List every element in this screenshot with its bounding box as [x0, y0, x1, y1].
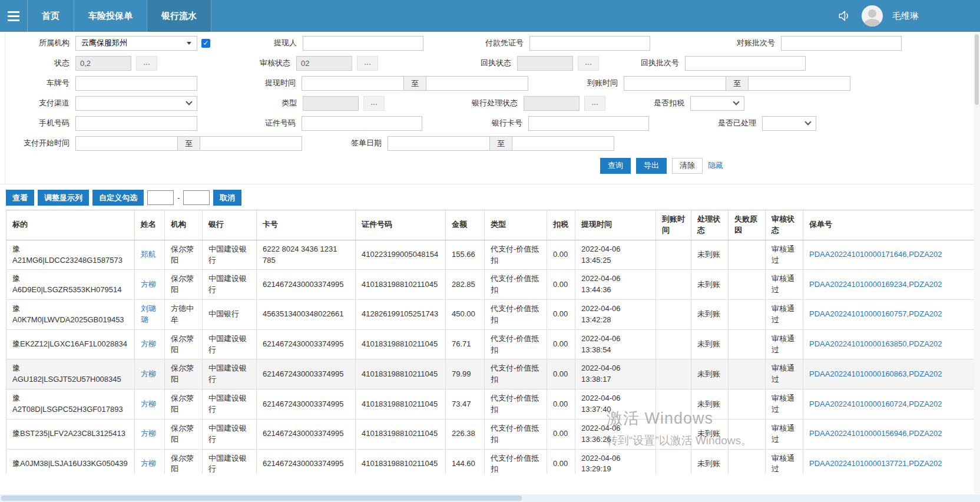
- org-checkbox[interactable]: ✓: [201, 39, 210, 48]
- cell-tax: 0.00: [547, 329, 575, 359]
- custom-check-button[interactable]: 自定义勾选: [92, 190, 144, 206]
- processed-select[interactable]: [762, 116, 816, 131]
- column-header: 卡号: [257, 210, 356, 240]
- table-row[interactable]: 豫A0K7M0|LWVDA2025GB019453刘璐璐方德中牟中国银行4563…: [6, 300, 975, 330]
- table-row[interactable]: 豫A21MG6|LDCC23248G1587573郑航保尔荥阳中国建设银行622…: [6, 240, 975, 270]
- org-select[interactable]: 云鹰保服郑州: [75, 36, 197, 51]
- withdraw-time-to-input[interactable]: [426, 76, 528, 91]
- clear-button[interactable]: 清除: [672, 158, 703, 174]
- range-to-label: 至: [726, 76, 749, 91]
- cell-process-status: 未到账: [691, 300, 729, 330]
- name-link[interactable]: 方柳: [141, 459, 156, 468]
- sign-date-to-input[interactable]: [512, 136, 614, 151]
- column-header: 到账时间: [656, 210, 691, 240]
- cell-tax: 0.00: [547, 270, 575, 300]
- policy-no-link[interactable]: PDAA202241010000160863,PDZA202: [809, 369, 942, 378]
- query-button[interactable]: 查询: [600, 158, 631, 174]
- cell-audit-status: 审核通过: [766, 419, 803, 449]
- policy-no-link[interactable]: PDAA202241010000169234,PDZA202: [809, 280, 942, 289]
- range-end-input[interactable]: [183, 190, 210, 205]
- policy-no-link[interactable]: PDAA202241010000160757,PDZA202: [809, 309, 942, 318]
- pay-start-time-from-input[interactable]: [75, 136, 178, 151]
- cell-id: 412826199105251743: [356, 300, 446, 330]
- tab-auto-insurance-application[interactable]: 车险投保单: [74, 0, 147, 32]
- cell-org: 保尔荥阳: [165, 240, 203, 270]
- column-header: 标的: [6, 210, 135, 240]
- sign-date-from-input[interactable]: [388, 136, 490, 151]
- cell-arrival-time: [656, 300, 691, 330]
- cell-withdraw-time: 2022-04-06 13:29:19: [575, 449, 656, 474]
- export-button[interactable]: 导出: [636, 158, 667, 174]
- mobile-input[interactable]: [75, 116, 197, 131]
- name-link[interactable]: 方柳: [141, 280, 156, 289]
- name-link[interactable]: 方柳: [141, 369, 156, 378]
- name-link[interactable]: 刘璐璐: [141, 304, 156, 324]
- cell-type: 代支付-价值抵扣: [485, 329, 547, 359]
- audit-status-more-button[interactable]: ...: [357, 56, 378, 71]
- hide-link[interactable]: 隐藏: [708, 160, 723, 171]
- arrival-time-from-input[interactable]: [624, 76, 726, 91]
- cancel-button[interactable]: 取消: [213, 190, 241, 206]
- org-label: 所属机构: [0, 38, 75, 48]
- audit-status-label: 审核状态: [157, 58, 296, 68]
- user-avatar[interactable]: [862, 5, 883, 27]
- cell-arrival-time: [656, 389, 691, 420]
- receipt-batch-input[interactable]: [685, 56, 806, 71]
- view-button[interactable]: 查看: [6, 190, 34, 206]
- horizontal-scrollbar-thumb[interactable]: [1, 496, 522, 501]
- cell-amount: 282.85: [446, 270, 485, 300]
- adjust-columns-button[interactable]: 调整显示列: [38, 190, 89, 206]
- cell-bank: 中国银行: [203, 300, 257, 330]
- range-to-label: 至: [178, 136, 200, 151]
- tab-bank-flow[interactable]: 银行流水: [147, 0, 211, 32]
- policy-no-link[interactable]: PDAA202241010000171646,PDZA202: [809, 250, 942, 259]
- receipt-status-input[interactable]: [517, 56, 573, 71]
- name-link[interactable]: 方柳: [141, 399, 156, 408]
- tab-home[interactable]: 首页: [27, 0, 74, 32]
- pay-channel-label: 支付渠道: [0, 98, 75, 108]
- withdrawer-input[interactable]: [303, 36, 423, 51]
- user-name[interactable]: 毛维琳: [892, 11, 919, 22]
- policy-no-link[interactable]: PDAA202241010000163850,PDZA202: [809, 339, 942, 348]
- withdraw-time-from-input[interactable]: [302, 76, 404, 91]
- pay-channel-select[interactable]: [75, 96, 197, 111]
- policy-no-link[interactable]: PDAA202241010000156946,PDZA202: [809, 429, 942, 438]
- table-row[interactable]: 豫EK2Z12|LGXC16AF1L0028834方柳保尔荥阳中国建设银行621…: [6, 329, 975, 359]
- pay-start-time-to-input[interactable]: [200, 136, 302, 151]
- name-link[interactable]: 郑航: [141, 250, 156, 259]
- name-link[interactable]: 方柳: [141, 429, 156, 438]
- status-more-button[interactable]: ...: [136, 56, 157, 71]
- sign-date-label: 签单日期: [302, 138, 388, 148]
- id-no-input[interactable]: [302, 116, 422, 131]
- policy-no-link[interactable]: PDAA202241010000160724,PDZA202: [809, 399, 942, 408]
- tax-deduct-select[interactable]: [690, 96, 744, 111]
- arrival-time-to-input[interactable]: [749, 76, 850, 91]
- bank-process-status-input[interactable]: [524, 96, 580, 111]
- type-input[interactable]: [303, 96, 359, 111]
- table-row[interactable]: 豫A6D9E0|LSGZR5353KH079514方柳保尔荥阳中国建设银行621…: [6, 270, 975, 300]
- cell-id: 410183198810211045: [356, 359, 446, 389]
- vertical-scrollbar-thumb[interactable]: [975, 34, 979, 105]
- app-window: 首页 车险投保单 银行流水 毛维琳 所属机构 云鹰保服郑州 ✓ 提现人: [0, 0, 980, 502]
- audit-status-input[interactable]: 02: [296, 56, 352, 71]
- menu-toggle-button[interactable]: [0, 0, 27, 32]
- type-more-button[interactable]: ...: [363, 96, 385, 111]
- cell-policy-no: PDAA202241010000160863,PDZA202: [803, 359, 975, 389]
- plate-no-input[interactable]: [75, 76, 197, 91]
- table-row[interactable]: 豫A2T08D|LSGPC52H3GF017893方柳保尔荥阳中国建设银行621…: [6, 389, 975, 420]
- payment-voucher-input[interactable]: [529, 36, 650, 51]
- policy-no-link[interactable]: PDAA202241010000137721,PDZA202: [809, 459, 942, 468]
- bank-card-input[interactable]: [528, 116, 649, 131]
- caret-down-icon: [187, 42, 191, 45]
- cell-amount: 79.99: [446, 359, 485, 389]
- name-link[interactable]: 方柳: [141, 339, 156, 348]
- horizontal-scrollbar[interactable]: [0, 494, 980, 502]
- vertical-scrollbar[interactable]: [974, 32, 980, 494]
- speaker-icon[interactable]: [837, 8, 852, 24]
- table-row[interactable]: 豫AGU182|LSGJT52U57H008345方柳保尔荥阳中国建设银行621…: [6, 359, 975, 389]
- table-row[interactable]: 豫BST235|LFV2A23C8L3125413方柳保尔荥阳中国建设银行621…: [6, 419, 975, 449]
- range-start-input[interactable]: [147, 190, 174, 205]
- reconciliation-batch-input[interactable]: [781, 36, 902, 51]
- status-input[interactable]: 0,2: [75, 56, 131, 71]
- table-row[interactable]: 豫A0JM38|LSJA16U33KG050439方柳保尔荥阳中国建设银行621…: [6, 449, 975, 474]
